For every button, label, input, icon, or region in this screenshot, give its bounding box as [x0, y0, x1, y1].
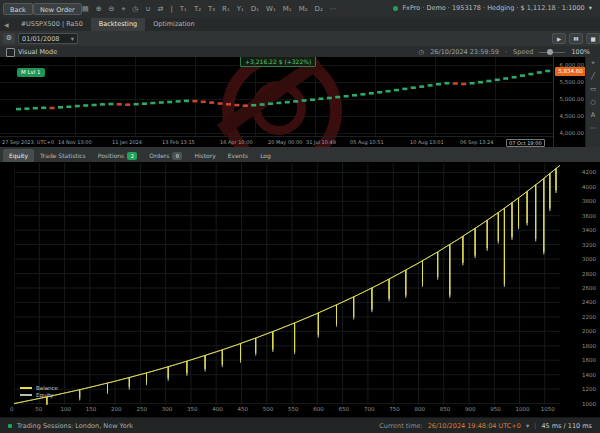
- back-button[interactable]: Back: [3, 3, 33, 15]
- equity-x-tick-label: 450: [238, 406, 249, 412]
- equity-y-tick-label: 2400: [582, 299, 596, 305]
- trendline-tool-icon[interactable]: ╱: [591, 73, 595, 80]
- equity-x-tick-label: 550: [288, 406, 299, 412]
- results-tab-trade-statistics[interactable]: Trade Statistics: [34, 149, 92, 162]
- results-tab-positions[interactable]: Positions2: [92, 149, 144, 162]
- speed-slider-handle[interactable]: [547, 49, 553, 55]
- timeframe-r1-icon[interactable]: R₁: [222, 3, 230, 15]
- results-tab-label: Positions: [98, 149, 125, 162]
- account-status[interactable]: FxPro · Demo · 1953178 · Hedging · $ 1,1…: [393, 4, 592, 12]
- price-tick-label: 4,000.00: [560, 130, 585, 136]
- tab-scroll-left-icon[interactable]: ◀: [0, 18, 13, 31]
- date-tick-label: 16 Apr 10:00: [220, 139, 253, 145]
- timeframe-y1-icon[interactable]: Y₁: [237, 3, 244, 15]
- tab-optimization[interactable]: Optimization: [145, 18, 203, 31]
- date-axis[interactable]: 27 Sep 2023, UTC+014 Nov 13:0011 Jan 202…: [0, 136, 553, 147]
- price-chart-plot[interactable]: M Lvl 1 +3,216.22 $ (+322%): [0, 57, 553, 136]
- equity-x-tick-label: 600: [313, 406, 324, 412]
- start-date-field[interactable]: 01/01/2008 ▾: [18, 33, 78, 44]
- equity-y-tick-label: 2000: [582, 328, 596, 334]
- price-tick-label: 5,000.00: [560, 96, 585, 102]
- timeframe-w1-icon[interactable]: W₁: [266, 3, 276, 15]
- position-label[interactable]: M Lvl 1: [17, 68, 45, 77]
- chart-layout-icon[interactable]: ▤: [82, 3, 89, 15]
- separator-icon[interactable]: |: [170, 3, 172, 15]
- results-tab-label: History: [194, 149, 215, 162]
- chevron-down-icon[interactable]: ▾: [526, 422, 529, 430]
- timeframe-t2-icon[interactable]: T₂: [194, 3, 201, 15]
- results-tab-badge: 0: [172, 152, 182, 160]
- equity-x-tick-label: 850: [440, 406, 451, 412]
- equity-x-tick-label: 400: [212, 406, 223, 412]
- tab-instance[interactable]: #USSPX500 | Ra50: [13, 18, 91, 31]
- toolbar-icon-group: ▤⊕⊖⌖◷∪⇄|T₁T₂T₃R₁Y₁D₁W₁M₁M₂D₂⋯: [82, 3, 337, 15]
- equity-x-tick-label: 1000: [516, 406, 530, 412]
- results-tab-label: Equity: [9, 149, 28, 162]
- price-chart-panel: M Lvl 1 +3,216.22 $ (+322%) 6,000.005,50…: [0, 57, 600, 147]
- play-button[interactable]: ▶: [552, 33, 566, 44]
- legend-label: Equity: [36, 392, 53, 398]
- results-tab-orders[interactable]: Orders0: [143, 149, 188, 162]
- timeframe-t3-icon[interactable]: T₃: [208, 3, 215, 15]
- results-tab-bar: EquityTrade StatisticsPositions2Orders0H…: [0, 147, 600, 162]
- equity-x-tick-label: 0: [10, 406, 14, 412]
- pause-button[interactable]: ▮▮: [569, 33, 583, 44]
- timeframe-d1-icon[interactable]: D₁: [251, 3, 259, 15]
- price-axis[interactable]: 6,000.005,500.005,000.004,500.004,000.00…: [553, 57, 586, 147]
- stop-button[interactable]: ■: [586, 33, 600, 44]
- new-order-button[interactable]: New Order: [33, 3, 82, 15]
- results-tab-history[interactable]: History: [188, 149, 221, 162]
- speed-slider[interactable]: [539, 52, 565, 53]
- chevron-down-icon: ▾: [589, 4, 592, 12]
- equity-y-tick-label: 3000: [582, 256, 596, 262]
- progress-percent: 100%: [571, 48, 590, 56]
- equity-y-tick-label: 3200: [582, 242, 596, 248]
- crosshair-icon[interactable]: ⌖: [121, 3, 125, 15]
- equity-y-tick-label: 4200: [582, 169, 596, 175]
- visual-mode-status-group: ◷ 26/10/2024 23:59:59 · Speed 100%: [419, 48, 590, 56]
- equity-curve-svg[interactable]: [14, 163, 560, 405]
- zoom-in-icon[interactable]: ⊕: [96, 3, 102, 15]
- results-tab-events[interactable]: Events: [222, 149, 254, 162]
- equity-y-tick-label: 1200: [582, 386, 596, 392]
- current-time-value[interactable]: 26/10/2024 19:48:04 UTC+0: [428, 422, 521, 430]
- timeframe-d2-icon[interactable]: D₂: [315, 3, 323, 15]
- chevron-down-icon: ▾: [71, 34, 74, 44]
- results-tab-equity[interactable]: Equity: [3, 149, 34, 162]
- equity-y-tick-label: 3800: [582, 198, 596, 204]
- backtest-controls: ⚙ 01/01/2008 ▾ 26/10/2024 ▾ ▶ ▮▮ ■: [0, 31, 600, 47]
- ellipse-tool-icon[interactable]: ○: [590, 99, 596, 106]
- rectangle-tool-icon[interactable]: ▭: [590, 86, 596, 93]
- equity-x-tick-label: 750: [389, 406, 400, 412]
- results-tab-log[interactable]: Log: [254, 149, 277, 162]
- date-tick-label: 14 Nov 13:00: [58, 139, 92, 145]
- timeframe-m2-icon[interactable]: M₂: [299, 3, 308, 15]
- date-tick-label: 31 Jul 10:49: [306, 139, 336, 145]
- visual-mode-checkbox[interactable]: [6, 48, 15, 57]
- pan-arrows-icon[interactable]: ⇄: [158, 3, 164, 15]
- equity-y-tick-label: 3400: [582, 227, 596, 233]
- status-bar: Trading Sessions: London, New York Curre…: [0, 417, 600, 433]
- magnet-icon[interactable]: ∪: [145, 3, 150, 15]
- equity-y-tick-label: 1800: [582, 343, 596, 349]
- equity-y-tick-label: 2200: [582, 314, 596, 320]
- text-tool-icon[interactable]: A: [591, 112, 595, 119]
- zoom-out-icon[interactable]: ⊖: [109, 3, 115, 15]
- crosshair-tool-icon[interactable]: ⌖: [591, 60, 595, 67]
- price-tick-label: 4,500.00: [560, 113, 585, 119]
- timeframe-m1-icon[interactable]: M₁: [283, 3, 292, 15]
- equity-y-tick-label: 1000: [582, 401, 596, 407]
- separator: |: [534, 422, 536, 430]
- clock-icon[interactable]: ◷: [132, 3, 138, 15]
- more-tools-icon[interactable]: ⋯: [590, 125, 597, 132]
- tab-backtesting[interactable]: Backtesting: [91, 18, 145, 31]
- date-tick-label: 13 Feb 13:15: [162, 139, 195, 145]
- gear-icon[interactable]: ⚙: [3, 33, 15, 44]
- equity-x-tick-label: 100: [61, 406, 72, 412]
- timeframe-t1-icon[interactable]: T₁: [180, 3, 187, 15]
- more-icon[interactable]: ⋯: [330, 3, 337, 15]
- latency-value: 45 ms / 110 ms: [541, 422, 592, 430]
- date-tick-label: 11 Jan 2024: [112, 139, 142, 145]
- equity-y-tick-label: 4000: [582, 184, 596, 190]
- equity-chart-panel: 1000120014001600180020002200240026002800…: [0, 162, 600, 417]
